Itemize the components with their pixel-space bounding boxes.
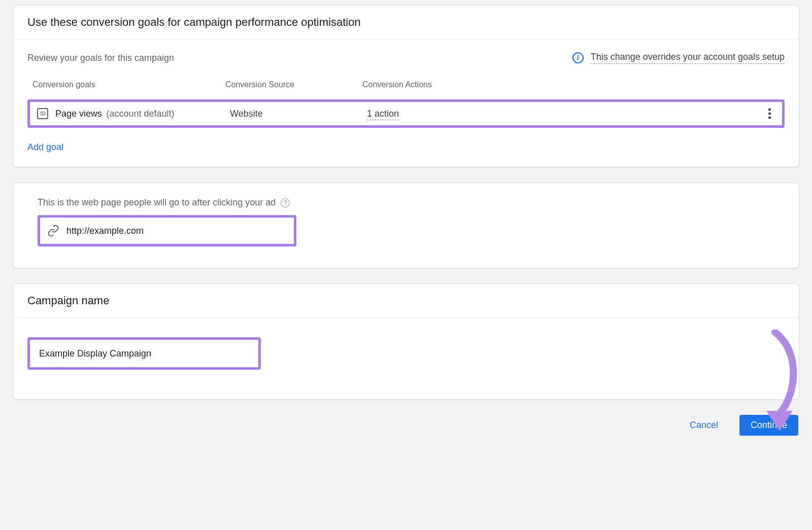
subhead-row: Review your goals for this campaign i Th…	[27, 52, 785, 64]
goal-name: Page views	[55, 109, 102, 119]
url-label: This is the web page people will go to a…	[38, 197, 276, 208]
campaign-name-card: Campaign name	[13, 284, 799, 400]
url-input-wrapper	[38, 215, 296, 246]
review-goals-text: Review your goals for this campaign	[27, 53, 174, 63]
goal-source: Website	[230, 109, 263, 119]
goal-row-page-views[interactable]: Page views (account default) Website 1 a…	[27, 99, 785, 128]
add-goal-link[interactable]: Add goal	[27, 142, 785, 153]
row-menu-button[interactable]	[766, 107, 773, 121]
continue-button[interactable]: Continue	[739, 415, 798, 436]
footer-actions: Cancel Continue	[13, 415, 799, 436]
name-input-wrapper	[27, 337, 261, 370]
goal-cell-actions: 1 action	[367, 109, 775, 119]
goal-actions-link[interactable]: 1 action	[367, 109, 399, 120]
goals-table: Conversion goals Conversion Source Conve…	[27, 80, 785, 153]
header-conversion-actions: Conversion Actions	[362, 80, 780, 89]
goal-cell-source: Website	[230, 109, 367, 119]
card-body	[13, 318, 799, 399]
header-conversion-goals: Conversion goals	[32, 80, 225, 89]
cancel-button[interactable]: Cancel	[679, 415, 729, 436]
info-icon[interactable]: i	[572, 52, 584, 63]
campaign-name-input[interactable]	[39, 348, 249, 359]
card-body: This is the web page people will go to a…	[13, 183, 799, 268]
card-body: Review your goals for this campaign i Th…	[13, 40, 799, 167]
help-icon[interactable]: ?	[281, 198, 290, 207]
card-header: Campaign name	[13, 284, 799, 318]
override-link[interactable]: This change overrides your account goals…	[591, 52, 785, 64]
header-conversion-source: Conversion Source	[225, 80, 362, 89]
destination-url-card: This is the web page people will go to a…	[13, 183, 799, 268]
link-icon	[47, 225, 59, 237]
campaign-name-title: Campaign name	[27, 294, 785, 307]
destination-url-input[interactable]	[66, 226, 287, 236]
conversion-goals-card: Use these conversion goals for campaign …	[13, 5, 799, 167]
goal-default-label: (account default)	[107, 109, 175, 119]
url-label-row: This is the web page people will go to a…	[38, 197, 774, 208]
card-header: Use these conversion goals for campaign …	[13, 6, 799, 40]
page-views-icon	[37, 108, 48, 119]
goal-cell-name: Page views (account default)	[37, 108, 230, 119]
override-info-group: i This change overrides your account goa…	[572, 52, 785, 64]
goals-card-title: Use these conversion goals for campaign …	[27, 16, 785, 29]
table-headers: Conversion goals Conversion Source Conve…	[27, 80, 785, 89]
